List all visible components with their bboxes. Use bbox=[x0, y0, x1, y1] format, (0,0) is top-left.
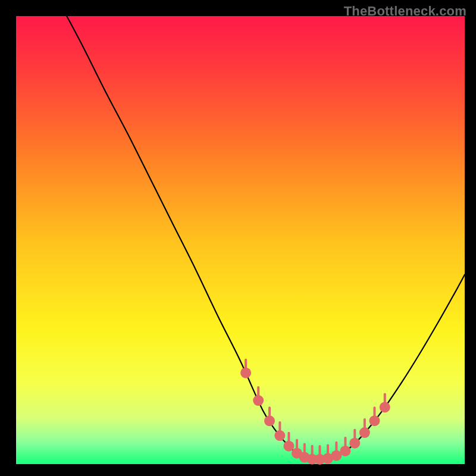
highlight-dot bbox=[380, 402, 390, 412]
highlight-dot bbox=[274, 430, 285, 441]
highlight-dot bbox=[369, 415, 380, 426]
highlight-dot bbox=[283, 441, 294, 452]
highlight-dot bbox=[359, 427, 370, 438]
highlight-dot bbox=[240, 368, 251, 378]
highlight-dot bbox=[340, 446, 350, 456]
chart-frame: TheBottleneck.com bbox=[0, 0, 476, 476]
plot-background bbox=[16, 16, 465, 464]
chart-canvas bbox=[0, 0, 476, 476]
highlight-dot bbox=[253, 395, 264, 406]
highlight-dot bbox=[264, 415, 275, 426]
highlight-dot bbox=[349, 438, 360, 449]
